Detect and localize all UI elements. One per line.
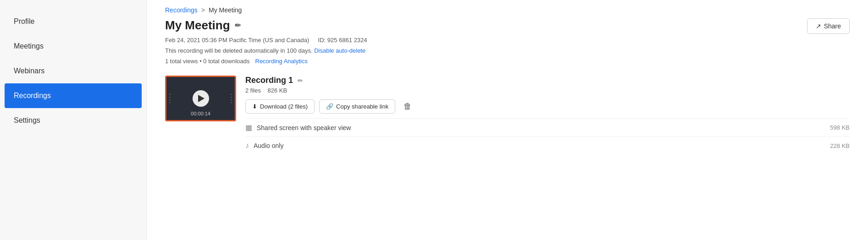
stats-text: 1 total views • 0 total downloads [165,58,250,65]
main-content: Recordings > My Meeting My Meeting ✏ ↗ S… [147,0,868,240]
left-dot-1 [169,94,171,95]
sidebar-item-meetings[interactable]: Meetings [0,34,146,59]
share-arrow-icon: ↗ [816,22,821,30]
meeting-date: Feb 24, 2021 05:36 PM Pacific Time (US a… [165,37,309,44]
audio-only-size: 228 KB [830,142,850,149]
copy-link-label: Copy shareable link [336,103,388,110]
sidebar-label-settings: Settings [14,116,40,125]
sidebar-label-meetings: Meetings [14,42,44,50]
recording-card: 00:00:14 Recording 1 ✏ 2 files 826 KB ⬇ … [165,76,850,154]
download-icon: ⬇ [252,103,257,110]
recording-actions: ⬇ Download (2 files) 🔗 Copy shareable li… [245,99,850,114]
disable-auto-delete-link[interactable]: Disable auto-delete [314,47,365,54]
right-dots [231,94,232,104]
link-icon: 🔗 [326,103,333,110]
right-dot-3 [231,99,232,101]
left-dot-2 [169,97,171,98]
page-header: My Meeting ✏ ↗ Share [165,18,850,34]
sidebar-label-webinars: Webinars [14,67,44,75]
meeting-meta: Feb 24, 2021 05:36 PM Pacific Time (US a… [165,37,850,44]
left-dot-4 [169,102,171,104]
share-label: Share [824,22,841,30]
sidebar-item-settings[interactable]: Settings [0,108,146,133]
breadcrumb: Recordings > My Meeting [165,0,850,18]
recording-analytics-link[interactable]: Recording Analytics [255,58,308,65]
delete-button[interactable]: 🗑 [400,100,415,113]
sidebar-label-recordings: Recordings [14,92,51,100]
left-dot-3 [169,99,171,101]
left-dots [169,94,171,104]
recording-thumbnail[interactable]: 00:00:14 [165,76,236,121]
file-row-audio: ♪ Audio only 228 KB [245,136,850,154]
recording-timestamp: 00:00:14 [191,111,210,116]
meeting-title: My Meeting [165,18,230,33]
recording-name-row: Recording 1 ✏ [245,76,850,85]
file-row-shared-screen: ▦ Shared screen with speaker view 598 KB [245,118,850,136]
download-label: Download (2 files) [260,103,308,110]
shared-screen-name: Shared screen with speaker view [257,124,351,131]
right-dot-1 [231,94,232,95]
stats-row: 1 total views • 0 total downloads Record… [165,58,850,65]
sidebar-item-recordings[interactable]: Recordings [5,83,142,108]
breadcrumb-current: My Meeting [209,6,242,14]
share-button[interactable]: ↗ Share [807,18,850,34]
recording-files-size: 826 KB [267,87,287,94]
auto-delete-notice: This recording will be deleted automatic… [165,47,850,54]
auto-delete-text: This recording will be deleted automatic… [165,47,313,54]
right-dot-4 [231,102,232,104]
audio-icon: ♪ [245,142,249,150]
copy-link-button[interactable]: 🔗 Copy shareable link [319,99,395,114]
shared-screen-size: 598 KB [830,124,850,131]
meeting-id: ID: 925 6861 2324 [318,37,367,44]
shared-screen-icon: ▦ [245,123,252,132]
sidebar-label-profile: Profile [14,17,34,26]
recording-info: Recording 1 ✏ 2 files 826 KB ⬇ Download … [245,76,850,154]
meeting-title-group: My Meeting ✏ [165,18,241,33]
file-list: ▦ Shared screen with speaker view 598 KB… [245,118,850,154]
audio-only-name: Audio only [254,142,283,149]
right-dot-2 [231,97,232,98]
recording-name: Recording 1 [245,76,293,85]
recording-edit-icon[interactable]: ✏ [298,77,303,84]
download-button[interactable]: ⬇ Download (2 files) [245,99,315,114]
recording-files-meta: 2 files 826 KB [245,87,850,94]
breadcrumb-separator: > [201,6,205,14]
play-button[interactable] [193,90,209,107]
sidebar-item-webinars[interactable]: Webinars [0,59,146,83]
play-triangle-icon [198,95,205,102]
sidebar-item-profile[interactable]: Profile [0,9,146,34]
sidebar: Profile Meetings Webinars Recordings Set… [0,0,147,240]
breadcrumb-recordings-link[interactable]: Recordings [165,6,198,14]
meeting-edit-icon[interactable]: ✏ [235,21,241,30]
recording-files-count: 2 files [245,87,261,94]
